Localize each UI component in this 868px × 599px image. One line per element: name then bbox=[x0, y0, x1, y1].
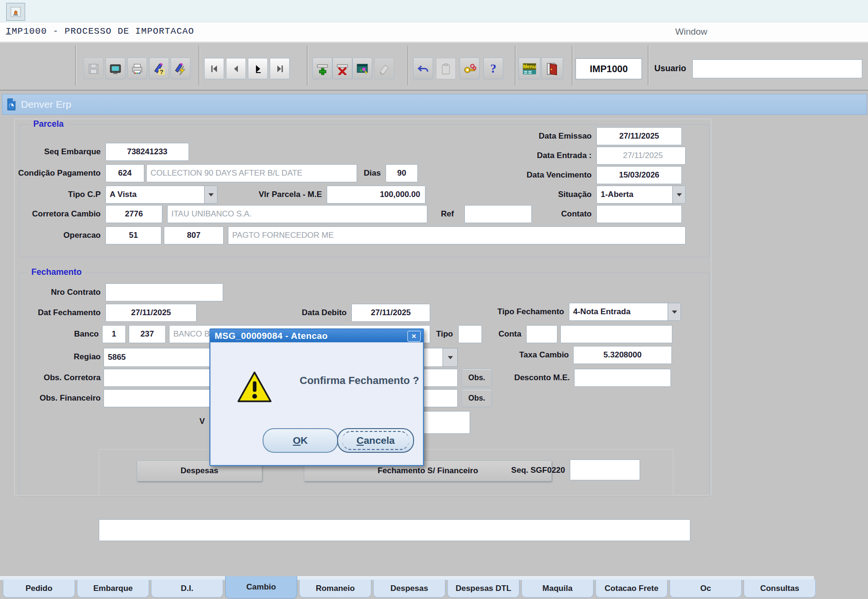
contato-field[interactable] bbox=[596, 205, 682, 223]
enter-query-button[interactable]: ? bbox=[149, 58, 169, 79]
screen-button[interactable] bbox=[105, 58, 125, 79]
tab-di[interactable]: D.I. bbox=[151, 580, 223, 598]
last-record-button[interactable] bbox=[270, 58, 290, 79]
situacao-select[interactable]: 1-Aberta bbox=[596, 186, 686, 204]
chevron-down-icon[interactable] bbox=[668, 303, 680, 320]
condicao-pagamento-desc-field[interactable]: COLLECTION 90 DAYS AFTER B/L DATE bbox=[146, 164, 357, 182]
data-emissao-field[interactable]: 27/11/2025 bbox=[596, 127, 682, 145]
banco-code2-field[interactable]: 237 bbox=[129, 325, 166, 343]
tab-oc[interactable]: Oc bbox=[670, 580, 742, 598]
next-record-button[interactable] bbox=[248, 58, 268, 79]
ok-button[interactable]: OK bbox=[263, 428, 338, 453]
tab-cambio[interactable]: Cambio bbox=[225, 576, 297, 599]
chevron-down-icon[interactable] bbox=[204, 186, 217, 203]
help-button[interactable]: ? bbox=[483, 58, 503, 79]
taxa-cambio-field[interactable]: 5.3208000 bbox=[573, 346, 672, 364]
menubar: IMP1000 - PROCESSO DE IMPORTACAO Window bbox=[0, 22, 868, 42]
desconto-me-label: Desconto M.E. bbox=[487, 373, 570, 383]
help-icon: ? bbox=[487, 62, 500, 75]
clipboard-button[interactable] bbox=[436, 58, 456, 79]
tipo-label: Tipo bbox=[422, 329, 453, 339]
seq-sgf0220-field[interactable] bbox=[570, 459, 640, 480]
seq-embarque-field[interactable]: 738241233 bbox=[105, 143, 189, 161]
condicao-pagamento-code-field[interactable]: 624 bbox=[105, 164, 144, 182]
print-icon bbox=[131, 63, 143, 75]
tab-consultas[interactable]: Consultas bbox=[744, 580, 816, 598]
undo-button[interactable] bbox=[413, 58, 433, 79]
message-line-field[interactable] bbox=[99, 519, 690, 541]
dias-field[interactable]: 90 bbox=[386, 164, 418, 182]
operacao-code2-field[interactable]: 807 bbox=[164, 226, 224, 244]
vlr-parcela-field[interactable]: 100,000.00 bbox=[327, 186, 425, 204]
desconto-me-field[interactable] bbox=[574, 369, 671, 387]
menu-button[interactable]: Menu bbox=[519, 58, 540, 79]
save-button[interactable] bbox=[84, 58, 104, 79]
mdi-window-titlebar[interactable]: Denver Erp bbox=[2, 94, 867, 115]
corretora-cambio-desc-field[interactable]: ITAU UNIBANCO S.A. bbox=[167, 205, 427, 223]
situacao-label: Situação bbox=[512, 190, 592, 199]
tipo-field[interactable] bbox=[458, 325, 482, 343]
first-record-button[interactable] bbox=[204, 58, 224, 79]
security-keys-button[interactable] bbox=[460, 58, 480, 79]
tab-despesas-dtl[interactable]: Despesas DTL bbox=[447, 580, 519, 598]
svg-text:?: ? bbox=[160, 68, 163, 75]
exit-button[interactable] bbox=[541, 58, 563, 79]
menu-window-item[interactable]: Window bbox=[675, 27, 708, 37]
conta-field-1[interactable] bbox=[526, 325, 557, 343]
tab-romaneio[interactable]: Romaneio bbox=[299, 580, 371, 598]
cancel-button[interactable]: Cancela bbox=[337, 428, 414, 453]
taxa-cambio-label: Taxa Cambio bbox=[483, 350, 569, 360]
data-emissao-label: Data Emissao bbox=[494, 131, 592, 141]
previous-record-icon bbox=[230, 63, 242, 75]
print-button[interactable] bbox=[127, 58, 147, 79]
vlr-fechamento-field[interactable] bbox=[424, 411, 470, 434]
tipo-fechamento-select[interactable]: 4-Nota Entrada bbox=[569, 303, 681, 321]
record-list-button[interactable] bbox=[352, 58, 372, 79]
data-entrada-field[interactable]: 27/11/2025 bbox=[596, 147, 686, 165]
toolbar: ? bbox=[0, 42, 868, 91]
contato-label: Contato bbox=[545, 209, 592, 219]
obs-financeiro-button[interactable]: Obs. bbox=[462, 389, 492, 407]
previous-record-button[interactable] bbox=[226, 58, 246, 79]
banco-code1-field[interactable]: 1 bbox=[102, 325, 126, 343]
vlr-partial-label: V bbox=[199, 417, 205, 426]
toolbar-separator bbox=[572, 46, 573, 85]
regiao-chevron-down-icon[interactable] bbox=[443, 348, 458, 367]
delete-record-button[interactable] bbox=[332, 58, 352, 79]
execute-query-button[interactable] bbox=[170, 58, 190, 79]
operacao-desc-field[interactable]: PAGTO FORNECEDOR ME bbox=[228, 226, 686, 244]
usuario-input[interactable] bbox=[692, 59, 862, 78]
dialog-titlebar[interactable]: MSG_00009084 - Atencao ✕ bbox=[210, 329, 423, 342]
corretora-cambio-label: Corretora Cambio bbox=[9, 209, 101, 219]
dialog-close-icon[interactable]: ✕ bbox=[407, 331, 421, 342]
chevron-down-icon[interactable] bbox=[672, 186, 685, 203]
operacao-code1-field[interactable]: 51 bbox=[105, 226, 161, 244]
tipo-cp-select[interactable]: A Vista bbox=[105, 186, 217, 204]
data-vencimento-field[interactable]: 15/03/2026 bbox=[596, 166, 682, 184]
seq-embarque-label: Seq Embarque bbox=[19, 147, 101, 157]
enter-query-icon: ? bbox=[152, 62, 166, 75]
dat-fechamento-field[interactable]: 27/11/2025 bbox=[105, 304, 197, 322]
operacao-label: Operacao bbox=[28, 231, 101, 240]
dialog-message: Confirma Fechamento ? bbox=[300, 374, 419, 387]
document-icon bbox=[7, 98, 16, 111]
tab-maquila[interactable]: Maquila bbox=[521, 580, 594, 598]
toolbar-separator bbox=[515, 46, 516, 85]
conta-label: Conta bbox=[488, 329, 521, 339]
tab-embarque[interactable]: Embarque bbox=[77, 580, 149, 598]
insert-record-button[interactable] bbox=[312, 58, 332, 79]
tab-pedido[interactable]: Pedido bbox=[3, 580, 75, 598]
tab-despesas[interactable]: Despesas bbox=[373, 580, 445, 598]
tipo-cp-value: A Vista bbox=[110, 190, 137, 199]
data-debito-field[interactable]: 27/11/2025 bbox=[351, 304, 430, 322]
clear-record-button[interactable] bbox=[374, 58, 394, 79]
program-code-box[interactable]: IMP1000 bbox=[576, 58, 642, 79]
app-titlebar bbox=[0, 0, 868, 22]
undo-icon bbox=[416, 62, 430, 75]
nro-contrato-field[interactable] bbox=[105, 283, 223, 301]
ref-field[interactable] bbox=[464, 205, 532, 223]
conta-field-2[interactable] bbox=[560, 325, 672, 343]
tab-cotacao-frete[interactable]: Cotacao Frete bbox=[595, 580, 668, 598]
corretora-cambio-code-field[interactable]: 2776 bbox=[105, 205, 162, 223]
next-record-icon bbox=[252, 63, 264, 75]
